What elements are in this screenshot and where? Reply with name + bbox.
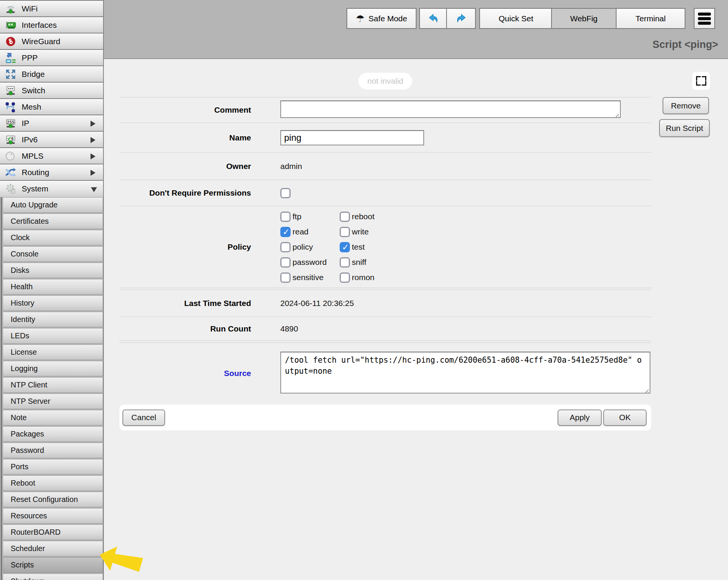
hamburger-icon <box>698 13 711 16</box>
sidebar-item-health[interactable]: Health <box>3 279 103 295</box>
system-submenu: Auto Upgrade Certificates Clock Console … <box>0 197 103 580</box>
comment-input[interactable] <box>280 100 621 118</box>
sidebar-item-reboot[interactable]: Reboot <box>3 475 103 491</box>
chevron-right-icon <box>91 137 95 143</box>
sidebar-item-license[interactable]: License <box>3 344 103 360</box>
sidebar-item-ip[interactable]: IP <box>0 115 103 131</box>
chevron-right-icon <box>91 170 95 176</box>
terminal-label: Terminal <box>636 14 666 23</box>
sidebar-item-ntp-server[interactable]: NTP Server <box>3 394 103 409</box>
sidebar-item-switch[interactable]: Switch <box>0 83 103 98</box>
sidebar-item-routing[interactable]: Routing <box>0 164 103 180</box>
sidebar-item-scheduler[interactable]: Scheduler <box>3 541 103 556</box>
policy-checkbox-ftp[interactable] <box>280 212 291 222</box>
sidebar-item-ipv6[interactable]: IPv6 <box>0 132 103 147</box>
sidebar-item-shutdown[interactable]: Shutdown <box>3 574 103 580</box>
policy-option-label: test <box>352 242 365 252</box>
policy-option-label: reboot <box>352 212 375 221</box>
cancel-button[interactable]: Cancel <box>122 410 165 426</box>
sidebar-item-certificates[interactable]: Certificates <box>3 214 103 229</box>
ok-button[interactable]: OK <box>603 410 647 426</box>
sidebar-item-resources[interactable]: Resources <box>3 508 103 524</box>
run-count-value: 4890 <box>280 324 298 333</box>
sidebar-item-clock[interactable]: Clock <box>3 230 103 245</box>
source-input[interactable]: /tool fetch url="https://hc-ping.com/620… <box>280 352 650 394</box>
apply-button[interactable]: Apply <box>558 410 602 426</box>
policy-option-label: sniff <box>352 258 366 267</box>
policy-checkbox-write[interactable] <box>340 227 350 237</box>
policy-checkbox-read[interactable] <box>280 227 291 237</box>
fullscreen-icon <box>696 76 701 81</box>
sidebar-item-label: Scripts <box>11 561 34 569</box>
sidebar-item-logging[interactable]: Logging <box>3 361 103 376</box>
sidebar-item-interfaces[interactable]: Interfaces <box>0 17 103 33</box>
sidebar-item-wireguard[interactable]: WireGuard <box>0 33 103 49</box>
mesh-icon <box>5 101 17 113</box>
dont-require-permissions-checkbox[interactable] <box>280 188 291 198</box>
sidebar-item-note[interactable]: Note <box>3 410 103 425</box>
safe-mode-button[interactable]: ☂ Safe Mode <box>347 8 416 29</box>
tab-quick-set[interactable]: Quick Set <box>479 8 553 29</box>
comment-label: Comment <box>119 105 251 115</box>
policy-option-label: ftp <box>292 212 301 221</box>
undo-button[interactable] <box>419 8 448 29</box>
policy-checkbox-password[interactable] <box>280 257 291 268</box>
hamburger-menu-button[interactable] <box>694 8 715 29</box>
sidebar-item-auto-upgrade[interactable]: Auto Upgrade <box>3 197 103 213</box>
chevron-right-icon <box>91 121 95 127</box>
sidebar-item-routerboard[interactable]: RouterBOARD <box>3 524 103 540</box>
policy-checkbox-test[interactable] <box>340 242 350 252</box>
policy-label: Policy <box>119 242 251 252</box>
tab-webfig[interactable]: WebFig <box>551 8 617 29</box>
policy-checkbox-romon[interactable] <box>340 272 350 283</box>
policy-checkbox-sniff[interactable] <box>340 257 350 268</box>
sidebar-item-label: Interfaces <box>22 21 57 30</box>
sidebar-item-system[interactable]: System <box>0 181 103 196</box>
sidebar-item-label: System <box>22 184 48 193</box>
remove-button[interactable]: Remove <box>663 97 709 114</box>
policy-option-label: write <box>352 227 369 236</box>
sidebar-item-disks[interactable]: Disks <box>3 263 103 278</box>
sidebar-item-mpls[interactable]: MPLS <box>0 148 103 164</box>
sidebar-item-reset-configuration[interactable]: Reset Configuration <box>3 492 103 507</box>
policy-checkbox-reboot[interactable] <box>340 212 350 222</box>
sidebar-item-ports[interactable]: Ports <box>3 459 103 475</box>
sidebar-item-label: MPLS <box>22 151 43 161</box>
chevron-down-icon <box>91 187 97 192</box>
fullscreen-button[interactable] <box>692 72 710 90</box>
policy-checkbox-policy[interactable] <box>280 242 291 252</box>
main-menu: WiFi Interfaces WireGuard PPP Bridge Swi… <box>0 0 103 196</box>
sidebar-item-label: Auto Upgrade <box>11 201 57 209</box>
sidebar-item-scripts[interactable]: Scripts <box>3 557 103 573</box>
wifi-icon <box>5 3 17 15</box>
sidebar-item-label: WireGuard <box>22 37 60 46</box>
sidebar-item-wifi[interactable]: WiFi <box>0 1 103 16</box>
policy-checkbox-sensitive[interactable] <box>280 272 291 283</box>
name-label: Name <box>119 133 251 142</box>
redo-button[interactable] <box>446 8 476 29</box>
sidebar-item-label: Console <box>11 250 38 258</box>
page-title: Script <ping> <box>652 39 718 51</box>
sidebar-item-label: NTP Client <box>11 381 47 389</box>
sidebar-item-mesh[interactable]: Mesh <box>0 99 103 115</box>
source-label[interactable]: Source <box>119 369 251 378</box>
ipv6-icon <box>5 134 17 146</box>
sidebar-item-label: WiFi <box>22 4 38 13</box>
sidebar-item-identity[interactable]: Identity <box>3 312 103 327</box>
sidebar-item-packages[interactable]: Packages <box>3 426 103 442</box>
tab-terminal[interactable]: Terminal <box>616 8 685 29</box>
webfig-label: WebFig <box>570 14 598 23</box>
run-script-button[interactable]: Run Script <box>659 119 710 137</box>
sidebar-item-ntp-client[interactable]: NTP Client <box>3 377 103 393</box>
sidebar-item-label: LEDs <box>11 331 29 340</box>
sidebar-item-console[interactable]: Console <box>3 246 103 262</box>
sidebar-item-label: NTP Server <box>11 397 50 406</box>
sidebar-item-history[interactable]: History <box>3 295 103 311</box>
policy-option-label: password <box>292 258 327 267</box>
name-input[interactable] <box>280 130 424 145</box>
sidebar-item-ppp[interactable]: PPP <box>0 50 103 65</box>
sidebar-item-bridge[interactable]: Bridge <box>0 66 103 82</box>
sidebar-item-leds[interactable]: LEDs <box>3 328 103 344</box>
sidebar-item-password[interactable]: Password <box>3 443 103 458</box>
last-time-started-label: Last Time Started <box>119 299 251 308</box>
